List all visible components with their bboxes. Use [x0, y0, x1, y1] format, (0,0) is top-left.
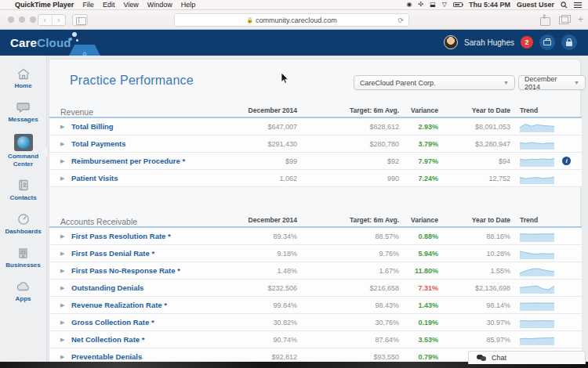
- main-content: Practice Performance CareCloud Parent Co…: [47, 56, 588, 362]
- home-tab[interactable]: ⌂: [69, 45, 100, 56]
- fan-status-icon[interactable]: ✣: [419, 2, 424, 8]
- row-expand-arrow[interactable]: ▶: [60, 124, 71, 130]
- column-header-trend: Trend: [520, 106, 554, 117]
- wifi-icon[interactable]: ▽: [442, 2, 447, 8]
- user-name[interactable]: Sarah Hughes: [464, 38, 514, 47]
- menu-help[interactable]: Help: [181, 1, 196, 9]
- close-window-button[interactable]: [8, 16, 14, 23]
- sidebar-item-dashboards[interactable]: Dashboards: [0, 212, 46, 235]
- metric-label[interactable]: Net Collection Rate *: [71, 335, 228, 344]
- carecloud-logo-dots-icon: [69, 32, 82, 43]
- menu-window[interactable]: Window: [147, 1, 172, 9]
- current-value: 89.34%: [228, 233, 297, 240]
- table-row[interactable]: ▶ Patient Visits 1,062 990 7.24% 12,752 …: [49, 170, 582, 187]
- table-row[interactable]: ▶ Reimbursement per Procedure * $99 $92 …: [49, 153, 582, 170]
- zoom-window-button[interactable]: [30, 16, 36, 23]
- reload-icon[interactable]: ⟳: [397, 16, 404, 24]
- sidebar-item-messages[interactable]: Messages: [0, 100, 46, 123]
- row-expand-arrow[interactable]: ▶: [60, 354, 71, 360]
- carecloud-logo[interactable]: CareCloud: [10, 36, 71, 49]
- metric-label[interactable]: Gross Collection Rate *: [71, 318, 228, 327]
- minimize-window-button[interactable]: [19, 16, 25, 23]
- row-expand-arrow[interactable]: ▶: [60, 158, 71, 164]
- ytd-value: $3,280,947: [438, 140, 510, 148]
- trend-sparkline: [520, 173, 554, 184]
- metric-label[interactable]: First Pass Denial Rate *: [71, 249, 228, 258]
- trend-sparkline: [520, 317, 554, 328]
- dashboard-card: Practice Performance CareCloud Parent Co…: [49, 59, 581, 362]
- address-bar[interactable]: 🔒 community.carecloud.com ⟳: [174, 13, 409, 27]
- row-expand-arrow[interactable]: ▶: [60, 285, 71, 291]
- browser-sidebar-button[interactable]: [72, 14, 88, 26]
- row-expand-arrow[interactable]: ▶: [60, 319, 71, 326]
- metric-label[interactable]: Reimbursement per Procedure *: [71, 157, 228, 165]
- sidebar-item-home[interactable]: Home: [0, 67, 46, 89]
- table-row[interactable]: ▶ Revenue Realization Rate * 99.84% 98.4…: [49, 297, 582, 314]
- chat-widget[interactable]: Chat: [468, 351, 586, 364]
- window-traffic-lights[interactable]: [8, 16, 36, 23]
- user-avatar[interactable]: [444, 35, 458, 49]
- airplay-display-icon[interactable]: ⬓: [430, 2, 436, 8]
- row-expand-arrow[interactable]: ▶: [60, 337, 71, 343]
- sidebar-item-apps[interactable]: Apps: [0, 280, 46, 302]
- ytd-value: $94: [438, 157, 510, 165]
- menu-file[interactable]: File: [82, 1, 94, 9]
- sidebar-item-contacts[interactable]: Contacts: [0, 179, 46, 201]
- variance-value: 7.31%: [399, 284, 438, 292]
- metric-label[interactable]: Revenue Realization Rate *: [71, 301, 228, 309]
- variance-value: 0.88%: [399, 233, 438, 240]
- battery-icon[interactable]: [453, 2, 463, 7]
- trend-sparkline: [520, 121, 554, 132]
- tab-overview-icon[interactable]: [558, 14, 571, 25]
- section-title: Accounts Receivable: [49, 217, 228, 226]
- metric-label[interactable]: Patient Visits: [71, 174, 228, 182]
- table-row[interactable]: ▶ Total Payments $291,430 $280,780 3.79%…: [49, 135, 582, 153]
- notification-center-icon[interactable]: [574, 2, 582, 9]
- table-row[interactable]: ▶ First Pass Resolution Rate * 89.34% 88…: [49, 228, 582, 245]
- table-header: Revenue December 2014 Target: 6m Avg. Va…: [49, 103, 582, 118]
- metric-label[interactable]: Total Payments: [71, 139, 228, 148]
- browser-forward-button[interactable]: ›: [53, 15, 66, 25]
- row-expand-arrow[interactable]: ▶: [60, 251, 71, 257]
- sidebar-item-businesses[interactable]: Businesses: [0, 246, 46, 269]
- share-icon[interactable]: [539, 14, 551, 25]
- row-expand-arrow[interactable]: ▶: [60, 233, 71, 240]
- table-row[interactable]: ▶ Outstanding Denials $232,506 $216,658 …: [49, 280, 582, 297]
- chat-label: Chat: [492, 354, 506, 362]
- target-value: 30.76%: [297, 319, 399, 327]
- table-row[interactable]: ▶ Gross Collection Rate * 30.82% 30.76% …: [49, 314, 582, 331]
- period-dropdown[interactable]: December 2014 ▼: [518, 75, 586, 90]
- table-row[interactable]: ▶ Net Collection Rate * 90.74% 87.64% 3.…: [49, 331, 582, 348]
- apps-marketplace-button[interactable]: [539, 34, 555, 50]
- target-value: $216,658: [297, 284, 399, 292]
- menu-user-name[interactable]: Guest User: [517, 1, 554, 9]
- table-row[interactable]: ▶ First Pass Denial Rate * 9.18% 9.76% 5…: [49, 245, 582, 262]
- menu-edit[interactable]: Edit: [103, 1, 115, 9]
- row-expand-arrow[interactable]: ▶: [60, 175, 71, 182]
- metric-label[interactable]: Outstanding Denials: [71, 283, 228, 292]
- metric-label[interactable]: Total Billing: [71, 122, 228, 131]
- menu-clock[interactable]: Thu 5:44 PM: [469, 1, 510, 9]
- target-value: 88.57%: [297, 233, 399, 240]
- column-header-ytd: Year to Date: [438, 106, 510, 117]
- new-tab-button[interactable]: +: [578, 14, 583, 25]
- info-icon[interactable]: i: [562, 157, 571, 165]
- table-row[interactable]: ▶ Total Billing $647,007 $628,612 2.93% …: [49, 118, 582, 135]
- spotlight-search-icon[interactable]: [561, 2, 568, 9]
- screen-recording-stop-icon[interactable]: ◉: [407, 2, 412, 8]
- row-expand-arrow[interactable]: ▶: [60, 268, 71, 274]
- menu-view[interactable]: View: [123, 1, 138, 9]
- row-expand-arrow[interactable]: ▶: [60, 302, 71, 308]
- metric-label[interactable]: First Pass Resolution Rate *: [71, 232, 228, 240]
- row-expand-arrow[interactable]: ▶: [60, 141, 71, 147]
- current-value: 1,062: [228, 175, 297, 182]
- menu-app-name[interactable]: QuickTime Player: [15, 1, 74, 9]
- notification-badge[interactable]: 2: [521, 36, 533, 49]
- business-dropdown[interactable]: CareCloud Parent Corp. ▼: [354, 75, 515, 90]
- browser-back-button[interactable]: ‹: [38, 15, 53, 25]
- table-row[interactable]: ▶ First Pass No-Response Rate * 1.48% 1.…: [49, 262, 582, 280]
- metric-label[interactable]: Preventable Denials: [71, 352, 228, 361]
- metric-label[interactable]: First Pass No-Response Rate *: [71, 266, 228, 275]
- lock-session-button[interactable]: [561, 34, 577, 50]
- sidebar-item-command-center[interactable]: Command Center: [0, 134, 46, 167]
